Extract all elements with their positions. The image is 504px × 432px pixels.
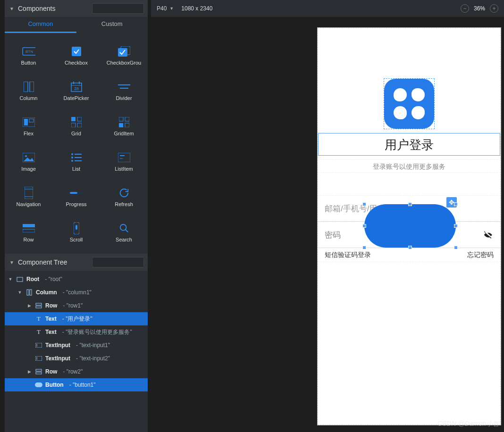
preview-links-row[interactable]: 短信验证码登录 忘记密码 <box>318 248 500 262</box>
sms-login-link[interactable]: 短信验证码登录 <box>325 251 371 259</box>
tree-node-root[interactable]: ▼Root- "root" <box>5 273 148 286</box>
tree-toggle-icon[interactable]: ▶ <box>26 303 32 308</box>
svg-rect-8 <box>30 82 34 92</box>
tree-type-icon: T <box>35 315 42 323</box>
component-checkboxgroup[interactable]: CheckboxGrou <box>100 38 148 73</box>
tree-node-id: - "row2" <box>63 368 83 375</box>
svg-rect-38 <box>25 187 33 199</box>
component-column[interactable]: Column <box>5 73 52 108</box>
tree-toggle-icon[interactable]: ▼ <box>17 290 23 295</box>
device-dimensions: 1080 x 2340 <box>181 5 212 12</box>
input-placeholder: 密码 <box>325 230 341 241</box>
preview-column[interactable]: 用户登录 登录账号以使用更多服务 邮箱/手机号/用户名 密码 短信验证码登录 忘… <box>318 28 501 425</box>
components-search-input[interactable] <box>94 6 160 11</box>
tree-type-icon <box>35 368 42 375</box>
component-flex[interactable]: Flex <box>5 108 52 144</box>
svg-rect-26 <box>125 123 129 127</box>
tree-node-text[interactable]: TText- "用户登录" <box>5 312 148 325</box>
component-list[interactable]: List <box>52 144 100 179</box>
tab-custom[interactable]: Custom <box>76 17 148 33</box>
preview-logo[interactable] <box>384 78 435 129</box>
component-divider[interactable]: Divider <box>100 73 148 108</box>
component-row[interactable]: Row <box>5 215 52 250</box>
tree-node-name: TextInput <box>45 355 70 362</box>
svg-rect-52 <box>27 290 29 295</box>
svg-rect-42 <box>70 192 77 194</box>
design-canvas[interactable]: 用户登录 登录账号以使用更多服务 邮箱/手机号/用户名 密码 短信验证码登录 忘… <box>151 17 504 432</box>
tree-type-icon: T <box>35 328 42 336</box>
preview-subtitle-text[interactable]: 登录账号以使用更多服务 <box>318 159 500 173</box>
tab-common[interactable]: Common <box>5 17 76 33</box>
svg-text:28: 28 <box>74 86 78 91</box>
eye-off-icon <box>483 230 494 240</box>
tree-node-row[interactable]: ▶Row- "row2" <box>5 365 148 378</box>
component-progress[interactable]: Progress <box>52 179 100 215</box>
collapse-icon[interactable]: ▼ <box>8 6 15 11</box>
svg-rect-18 <box>29 119 34 122</box>
components-panel-header: ▼ Components <box>5 0 148 17</box>
tree-node-id: - "用户登录" <box>62 315 92 323</box>
flex-icon <box>22 116 35 128</box>
zoom-value: 36% <box>474 5 485 12</box>
preview-title-text[interactable]: 用户登录 <box>318 133 500 156</box>
column-icon <box>22 81 35 92</box>
component-button[interactable]: BTN Button <box>5 38 52 73</box>
svg-rect-17 <box>24 119 28 125</box>
image-icon <box>22 152 35 163</box>
tree-node-column[interactable]: ▼Column- "column1" <box>5 286 148 299</box>
checkboxgroup-icon <box>118 46 131 57</box>
tree-node-id: - "column1" <box>63 289 92 296</box>
svg-point-47 <box>120 224 126 230</box>
list-icon <box>70 152 83 163</box>
component-scroll[interactable]: Scroll <box>52 215 100 250</box>
app-logo-icon <box>384 79 434 129</box>
component-grid[interactable]: Grid <box>52 108 100 144</box>
component-datepicker[interactable]: 28 DatePicker <box>52 73 100 108</box>
svg-rect-4 <box>72 47 81 56</box>
components-search[interactable] <box>92 3 144 14</box>
row-icon <box>22 223 35 234</box>
component-refresh[interactable]: Refresh <box>100 179 148 215</box>
tree-node-textinput[interactable]: TextInput- "text-input1" <box>5 339 148 352</box>
tree-node-row[interactable]: ▶Row- "row1" <box>5 299 148 312</box>
tree-node-button[interactable]: Button- "button1" <box>5 378 148 391</box>
svg-line-48 <box>125 229 128 232</box>
zoom-out-button[interactable]: − <box>461 4 469 13</box>
tree-search[interactable] <box>92 257 144 267</box>
component-griditem[interactable]: GridItem <box>100 108 148 144</box>
device-toolbar: P40 ▼ 1080 x 2340 − 36% + <box>151 0 504 17</box>
svg-rect-46 <box>76 225 77 230</box>
tree-search-input[interactable] <box>94 259 160 265</box>
preview-button-selected[interactable] <box>364 204 456 248</box>
component-image[interactable]: Image <box>5 144 52 179</box>
component-checkbox[interactable]: Checkbox <box>52 38 100 73</box>
component-navigation[interactable]: Navigation <box>5 179 52 215</box>
tree-toggle-icon[interactable]: ▼ <box>8 277 13 282</box>
tree-toggle-icon[interactable]: ▶ <box>26 369 32 374</box>
tree-node-text[interactable]: TText- "登录账号以使用更多服务" <box>5 325 148 339</box>
tree-type-icon <box>35 381 42 389</box>
watermark-text: CSDN @Damon小智 <box>437 420 499 428</box>
collapse-tree-icon[interactable]: ▼ <box>8 260 15 265</box>
tree-node-id: - "text-input1" <box>76 342 110 349</box>
scroll-icon <box>70 223 83 234</box>
components-title: Components <box>18 5 55 12</box>
progress-icon <box>70 187 83 199</box>
components-grid: BTN Button Checkbox CheckboxGrou Column … <box>5 33 148 250</box>
svg-rect-51 <box>17 277 23 282</box>
tree-node-name: Root <box>26 276 39 282</box>
zoom-in-button[interactable]: + <box>490 4 498 13</box>
device-selector[interactable]: P40 ▼ <box>157 5 174 12</box>
tree-type-icon <box>16 275 24 283</box>
svg-rect-20 <box>77 117 82 121</box>
component-listitem[interactable]: ListItem <box>100 144 148 179</box>
tree-node-textinput[interactable]: TextInput- "text-input2" <box>5 352 148 365</box>
component-search[interactable]: Search <box>100 215 148 250</box>
svg-rect-43 <box>23 224 35 227</box>
svg-rect-56 <box>35 343 42 348</box>
tree-node-name: Text <box>45 316 57 322</box>
svg-rect-21 <box>71 123 76 127</box>
zoom-controls: − 36% + <box>461 4 498 13</box>
tree-node-name: TextInput <box>45 342 70 349</box>
forgot-password-link[interactable]: 忘记密码 <box>467 251 494 259</box>
